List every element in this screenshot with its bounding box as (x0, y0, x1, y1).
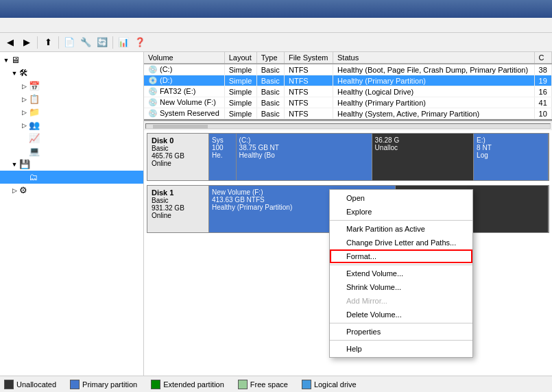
legend-label-extended: Extended partition (163, 380, 224, 389)
sidebar-item-services-apps[interactable]: ▷ ⚙ (0, 184, 143, 197)
col-volume[interactable]: Volume (144, 52, 224, 64)
horiz-scrollbar[interactable] (144, 121, 552, 130)
sidebar-item-task-scheduler[interactable]: ▷ 📅 (0, 79, 143, 93)
menu-view[interactable] (30, 19, 41, 31)
partition-block[interactable]: 36.28 GUnalloc (372, 134, 475, 180)
sidebar-item-disk-management[interactable]: 🗂 (0, 171, 143, 184)
perf-arrow[interactable] (19, 134, 29, 143)
cell-status: Healthy (System, Active, Primary Partiti… (333, 108, 535, 119)
cell-layout: Simple (224, 108, 256, 119)
refresh-button[interactable]: 🔄 (95, 35, 110, 50)
context-menu-item-change-drive[interactable]: Change Drive Letter and Paths... (330, 236, 472, 249)
show-hide-button[interactable]: 📄 (62, 35, 77, 50)
legend-item-primary: Primary partition (70, 380, 137, 389)
ts-arrow[interactable]: ▷ (19, 82, 29, 91)
cell-status: Healthy (Primary Partition) (333, 75, 535, 86)
properties-button[interactable]: 🔧 (78, 35, 93, 50)
menu-file[interactable] (3, 19, 14, 31)
col-type[interactable]: Type (256, 52, 284, 64)
cell-status: Healthy (Boot, Page File, Crash Dump, Pr… (333, 64, 535, 75)
disk-type: Basic (152, 145, 204, 152)
sidebar-item-storage[interactable]: ▼ 💾 (0, 158, 143, 171)
disk-label: Disk 1 Basic 931.32 GB Online (147, 186, 209, 232)
menu-action[interactable] (16, 19, 27, 31)
context-menu-item-help[interactable]: Help (330, 342, 472, 356)
disk-row: Disk 0 Basic 465.76 GB OnlineSys100He.(C… (147, 133, 549, 181)
cell-cap: 10 (534, 108, 551, 119)
context-menu-item-mark-active[interactable]: Mark Partition as Active (330, 222, 472, 236)
lu-arrow[interactable]: ▷ (19, 121, 29, 130)
table-row[interactable]: 💿(D:) Simple Basic NTFS Healthy (Primary… (144, 75, 552, 86)
sidebar-item-local-users[interactable]: ▷ 👥 (0, 119, 143, 132)
sidebar-item-system-tools[interactable]: ▼ 🛠 (0, 66, 143, 79)
up-button[interactable]: ⬆ (40, 35, 56, 50)
cell-layout: Simple (224, 97, 256, 108)
menu-help[interactable] (44, 19, 55, 31)
cell-type: Basic (256, 64, 284, 75)
sidebar-item-event-viewer[interactable]: ▷ 📋 (0, 93, 143, 106)
context-menu-item-properties[interactable]: Properties (330, 325, 472, 339)
status-bar: Unallocated Primary partition Extended p… (0, 376, 552, 392)
root-arrow[interactable]: ▼ (1, 56, 11, 65)
sidebar-item-shared-folders[interactable]: ▷ 📁 (0, 106, 143, 119)
context-menu-item-open[interactable]: Open (330, 191, 472, 205)
sys-tools-arrow[interactable]: ▼ (10, 69, 19, 78)
col-status[interactable]: Status (333, 52, 535, 64)
sf-arrow[interactable]: ▷ (19, 108, 29, 117)
sidebar-item-performance[interactable]: 📈 (0, 132, 143, 145)
col-layout[interactable]: Layout (224, 52, 256, 64)
table-row[interactable]: 💿New Volume (F:) Simple Basic NTFS Healt… (144, 97, 552, 108)
context-menu-separator (330, 323, 472, 323)
svc-arrow[interactable]: ▷ (10, 186, 19, 195)
table-row[interactable]: 💿FAT32 (E:) Simple Basic NTFS Healthy (L… (144, 86, 552, 97)
context-menu-item-delete[interactable]: Delete Volume... (330, 308, 472, 321)
partition-block[interactable]: Sys100He. (209, 134, 237, 180)
partition-label-line: E:) (477, 136, 545, 144)
context-menu: OpenExploreMark Partition as ActiveChang… (329, 189, 473, 358)
stor-arrow[interactable]: ▼ (10, 160, 19, 169)
menu-bar (0, 18, 552, 33)
cell-fs: NTFS (284, 75, 333, 86)
disk-type: Basic (152, 197, 204, 204)
context-menu-separator (330, 265, 472, 265)
dm-arrow[interactable] (19, 147, 29, 156)
cell-cap: 16 (534, 86, 551, 97)
partition-block[interactable]: (C:)38.75 GB NTHealthy (Bo (237, 134, 372, 180)
disk-table-container[interactable]: Volume Layout Type File System Status C … (144, 52, 552, 121)
root-icon: 🖥 (11, 55, 20, 65)
disk-table: Volume Layout Type File System Status C … (144, 52, 552, 119)
legend-color-extended (151, 380, 160, 389)
cell-fs: NTFS (284, 64, 333, 75)
context-menu-item-add-mirror: Add Mirror... (330, 294, 472, 308)
legend-label-unallocated: Unallocated (16, 380, 56, 389)
table-row[interactable]: 💿System Reserved Simple Basic NTFS Healt… (144, 108, 552, 119)
cell-fs: NTFS (284, 108, 333, 119)
back-button[interactable]: ◀ (3, 35, 18, 50)
context-menu-item-extend[interactable]: Extend Volume... (330, 267, 472, 280)
partition-block[interactable]: E:)8 NTLog (474, 134, 549, 180)
ev-arrow[interactable]: ▷ (19, 95, 29, 104)
toolbar: ◀ ▶ ⬆ 📄 🔧 🔄 📊 ❓ (0, 33, 552, 52)
cell-layout: Simple (224, 75, 256, 86)
sidebar-item-device-manager[interactable]: 💻 (0, 145, 143, 158)
sidebar-root[interactable]: ▼ 🖥 (0, 53, 143, 66)
context-menu-item-format[interactable]: Format... (330, 249, 472, 263)
col-cap[interactable]: C (534, 52, 551, 64)
cell-cap: 38 (534, 64, 551, 75)
forward-button[interactable]: ▶ (19, 35, 34, 50)
disk-mgmt-arrow[interactable] (19, 173, 29, 182)
col-fs[interactable]: File System (284, 52, 333, 64)
table-row[interactable]: 💿(C:) Simple Basic NTFS Healthy (Boot, P… (144, 64, 552, 75)
disk-status: Online (152, 212, 204, 219)
content-area: Volume Layout Type File System Status C … (144, 52, 552, 376)
main-container: ▼ 🖥 ▼ 🛠 ▷ 📅 ▷ 📋 ▷ 📁 ▷ 👥 (0, 52, 552, 376)
legend-color-unallocated (4, 380, 14, 389)
sf-icon: 📁 (29, 107, 40, 117)
disk-size: 465.76 GB (152, 152, 204, 160)
help-button[interactable]: ❓ (132, 35, 147, 50)
export-button[interactable]: 📊 (116, 35, 131, 50)
cell-fs: NTFS (284, 86, 333, 97)
context-menu-item-shrink[interactable]: Shrink Volume... (330, 280, 472, 294)
context-menu-item-explore[interactable]: Explore (330, 205, 472, 219)
legend-item-logical: Logical drive (302, 380, 357, 389)
